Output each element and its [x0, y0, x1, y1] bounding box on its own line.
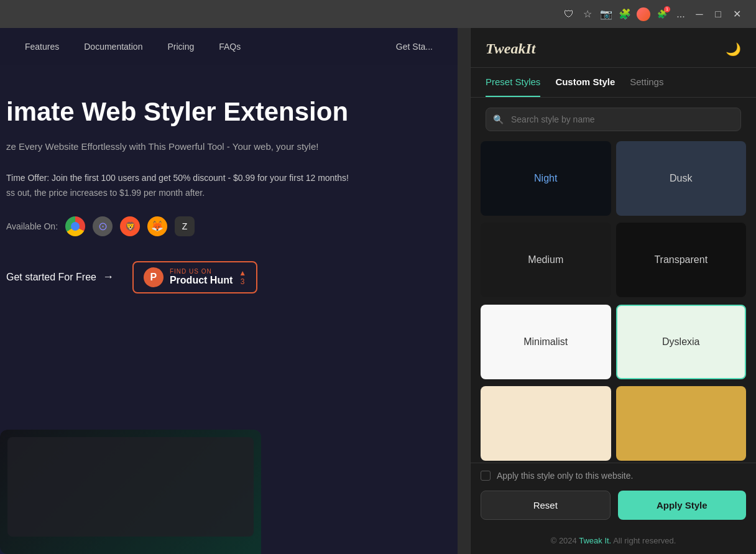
chrome-dev-logo: ⊙	[93, 216, 113, 236]
panel-logo: TweakIt	[486, 40, 535, 57]
camera-icon[interactable]: 📷	[599, 7, 613, 21]
footer-copyright: © 2024	[551, 536, 579, 545]
extension-badge-icon[interactable]: 🧩 1	[655, 7, 669, 21]
style-label-transparent: Transparent	[654, 254, 708, 265]
hero-title: imate Web Styler Extension	[6, 96, 433, 127]
style-card-warm[interactable]	[481, 386, 611, 461]
panel-tabs: Preset Styles Custom Style Settings	[471, 68, 756, 98]
hero-subtitle: ze Every Website Effortlessly with This …	[6, 140, 433, 154]
panel-header: TweakIt 🌙	[471, 28, 756, 68]
panel-footer: © 2024 Tweak It. All right reserved.	[471, 527, 756, 554]
style-card-dyslexia[interactable]: Dyslexia	[616, 305, 747, 379]
firefox-logo: 🦊	[147, 216, 167, 236]
style-label-dyslexia: Dyslexia	[662, 336, 699, 348]
site-only-label: Apply this style only to this website.	[497, 471, 633, 481]
hero-section: imate Web Styler Extension ze Every Webs…	[0, 65, 458, 343]
offer-text-2: ss out, the price increases to $1.99 per…	[6, 188, 433, 198]
tab-custom-style[interactable]: Custom Style	[555, 68, 615, 97]
footer-rights: All right reserved.	[611, 536, 676, 545]
available-label: Available On:	[6, 221, 58, 231]
btn-row: Reset Apply Style	[481, 491, 746, 520]
extension-panel: TweakIt 🌙 Preset Styles Custom Style Set…	[470, 28, 756, 554]
apply-style-button[interactable]: Apply Style	[618, 491, 747, 520]
checkbox-row: Apply this style only to this website.	[481, 471, 746, 481]
find-us-on-label: FIND US ON	[170, 268, 233, 275]
toolbar-icons: 🛡 ☆ 📷 🧩 🧩 1 ... ─ □ ✕	[7, 7, 749, 21]
nav-bar: Features Documentation Pricing FAQs Get …	[0, 28, 458, 65]
nav-cta[interactable]: Get Sta...	[396, 42, 433, 52]
puzzle-icon[interactable]: 🧩	[618, 7, 632, 21]
style-card-dusk[interactable]: Dusk	[616, 141, 747, 216]
minimize-button[interactable]: ─	[693, 7, 706, 21]
star-icon[interactable]: ☆	[581, 7, 594, 21]
product-hunt-icon: P	[144, 267, 164, 287]
maximize-button[interactable]: □	[711, 7, 725, 21]
product-hunt-label: Product Hunt	[170, 275, 233, 286]
style-label-minimalist: Minimalist	[523, 336, 568, 348]
style-card-minimalist[interactable]: Minimalist	[481, 305, 611, 379]
nav-documentation[interactable]: Documentation	[84, 42, 142, 52]
menu-dots-icon[interactable]: ...	[674, 7, 688, 21]
style-card-night[interactable]: Night	[481, 141, 611, 216]
tab-preset-styles[interactable]: Preset Styles	[486, 68, 540, 97]
device-mockup	[0, 430, 261, 554]
styles-grid: Night Dusk Medium Transparent Minimalist…	[471, 141, 756, 463]
arrow-right-icon: →	[103, 270, 114, 284]
shield-icon[interactable]: 🛡	[562, 7, 576, 21]
style-label-medium: Medium	[528, 254, 563, 265]
offer-text-1: Time Offer: Join the first 100 users and…	[6, 173, 433, 183]
search-input[interactable]	[486, 108, 741, 131]
product-hunt-badge: ▲ 3	[239, 269, 246, 286]
search-icon: 🔍	[493, 114, 504, 124]
site-only-checkbox[interactable]	[481, 471, 491, 481]
style-label-dusk: Dusk	[670, 173, 692, 184]
style-card-medium[interactable]: Medium	[481, 223, 611, 297]
tab-settings[interactable]: Settings	[630, 68, 663, 97]
style-card-golden[interactable]	[616, 386, 747, 461]
zen-logo: Z	[175, 216, 195, 236]
nav-faqs[interactable]: FAQs	[219, 42, 241, 52]
moon-icon[interactable]: 🌙	[726, 42, 741, 57]
reset-button[interactable]: Reset	[481, 491, 611, 520]
nav-features[interactable]: Features	[25, 42, 59, 52]
avatar-icon[interactable]	[637, 7, 650, 21]
product-hunt-button[interactable]: P FIND US ON Product Hunt ▲ 3	[132, 261, 257, 293]
panel-bottom: Apply this style only to this website. R…	[471, 463, 756, 527]
available-on-section: Available On: ⊙ 🦁 🦊 Z	[6, 216, 433, 236]
webpage-background: Features Documentation Pricing FAQs Get …	[0, 28, 458, 554]
chrome-logo	[65, 216, 85, 236]
nav-pricing[interactable]: Pricing	[167, 42, 194, 52]
close-button[interactable]: ✕	[730, 7, 744, 21]
search-bar: 🔍	[486, 108, 741, 131]
product-hunt-text: FIND US ON Product Hunt	[170, 268, 233, 286]
get-started-button[interactable]: Get started For Free →	[6, 270, 114, 284]
upvote-count: 3	[241, 277, 245, 286]
style-card-transparent[interactable]: Transparent	[616, 223, 747, 297]
browser-toolbar: 🛡 ☆ 📷 🧩 🧩 1 ... ─ □ ✕	[0, 0, 756, 28]
brave-logo: 🦁	[120, 216, 140, 236]
cta-row: Get started For Free → P FIND US ON Prod…	[6, 261, 433, 293]
get-started-label: Get started For Free	[6, 272, 96, 283]
upvote-icon: ▲	[239, 269, 246, 277]
badge-count: 1	[664, 6, 670, 12]
footer-link[interactable]: Tweak It.	[579, 536, 611, 545]
style-label-night: Night	[534, 173, 557, 184]
